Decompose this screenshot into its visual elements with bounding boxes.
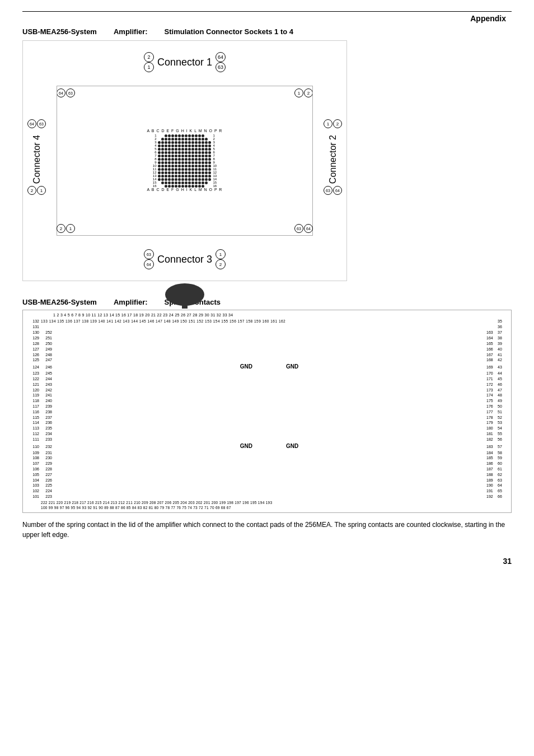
spring-data-row: 11924117448 bbox=[25, 393, 509, 398]
spring-data-row: 10823018559 bbox=[25, 455, 509, 461]
spring-data-row: 11523717852 bbox=[25, 415, 509, 421]
spring-data-row: 11623817751 bbox=[25, 409, 509, 415]
mea-dots: // Will be rendered below 11223344556677… bbox=[151, 134, 218, 188]
spring-data-row: 13025216337 bbox=[25, 330, 509, 335]
connector2-label: Connector 2 bbox=[328, 135, 338, 184]
section1-component: Amplifier: bbox=[114, 27, 148, 36]
conn1-pin64: 64 bbox=[216, 52, 226, 62]
section2-system: USB-MEA256-System bbox=[22, 298, 97, 306]
section1-title: Stimulation Connector Sockets 1 to 4 bbox=[165, 27, 293, 36]
spring-rows: 1302521633712925116438128250165391272491… bbox=[25, 330, 509, 499]
svg-rect-1 bbox=[182, 303, 188, 309]
corner-br: 63 64 bbox=[294, 224, 313, 233]
spring-data-row: 11824017549 bbox=[25, 398, 509, 404]
connector4-label: Connector 4 bbox=[32, 135, 42, 184]
spring-data-row: 12124317246 bbox=[25, 382, 509, 388]
spring-bottom-row2: 100 99 98 97 96 95 94 93 92 91 90 89 88 … bbox=[25, 505, 509, 510]
spring-data-row: 12925116438 bbox=[25, 335, 509, 341]
spring-data-row: 11723917650 bbox=[25, 404, 509, 409]
spring-data-row: 12224417145 bbox=[25, 376, 509, 382]
spring-contacts-table: 1 2 3 4 5 6 7 8 9 10 11 12 13 14 15 16 1… bbox=[22, 310, 512, 513]
spring-data-row: 11323518054 bbox=[25, 426, 509, 431]
connector1-area: 2 1 Connector 1 64 63 bbox=[101, 52, 268, 72]
spring-data-row: 12724916640 bbox=[25, 347, 509, 352]
page-number: 31 bbox=[22, 557, 512, 566]
connector3-label: Connector 3 bbox=[157, 254, 212, 265]
spring-bottom-row1: 222 221 220 219 218 217 216 215 214 213 … bbox=[25, 500, 509, 505]
mea-col-header: A B C D E F G H I K L M N O P R bbox=[147, 129, 223, 133]
spring-data-row: 12624816741 bbox=[25, 352, 509, 358]
conn1-pin63: 63 bbox=[216, 62, 226, 72]
mea-center: A B C D E F G H I K L M N O P R // Will … bbox=[57, 86, 313, 236]
spring-top-row: 1 2 3 4 5 6 7 8 9 10 11 12 13 14 15 16 1… bbox=[53, 312, 489, 318]
spring-data-row: 12324517044 bbox=[25, 371, 509, 376]
spring-data-row: 11423617953 bbox=[25, 420, 509, 426]
spring-data-row: 12524716842 bbox=[25, 357, 509, 363]
spring-data-row: 12024217347 bbox=[25, 388, 509, 393]
spring-data-row: 12825016539 bbox=[25, 341, 509, 347]
connector2-area: 1 2 Connector 2 63 64 bbox=[324, 119, 342, 195]
corner-bl: 2 1 bbox=[57, 224, 75, 233]
appendix-header: Appendix bbox=[22, 11, 512, 23]
spring-row-131: 131 36 bbox=[25, 324, 509, 330]
spring-data-row: 10322519064 bbox=[25, 483, 509, 488]
spring-data-row: 11223418155 bbox=[25, 431, 509, 437]
connector1-label: Connector 1 bbox=[157, 57, 212, 68]
spring-data-row: 110232GNDGND18357 bbox=[25, 442, 509, 450]
conn1-pin2: 2 bbox=[144, 52, 154, 62]
svg-point-0 bbox=[165, 283, 204, 306]
section1-system: USB-MEA256-System bbox=[22, 27, 97, 36]
connector3-area: 63 64 Connector 3 1 2 bbox=[101, 249, 268, 269]
cable-blob bbox=[162, 281, 207, 309]
spring-data-row: 124246GNDGND16943 bbox=[25, 363, 509, 371]
spring-data-row: 11123318256 bbox=[25, 437, 509, 442]
conn1-pin1: 1 bbox=[144, 62, 154, 72]
connector4-area: 64 63 Connector 4 2 1 bbox=[27, 119, 46, 195]
spring-data-row: 10522718862 bbox=[25, 472, 509, 478]
spring-data-row: 10422618963 bbox=[25, 478, 509, 483]
spring-description: Number of the spring contact in the lid … bbox=[22, 520, 512, 540]
section2-component: Amplifier: bbox=[114, 298, 148, 306]
spring-data-row: 10622818761 bbox=[25, 466, 509, 472]
connector-diagram: 2 1 Connector 1 64 63 64 63 1 2 A B C D … bbox=[22, 40, 347, 281]
spring-data-row: 10222419165 bbox=[25, 488, 509, 494]
mea-col-footer: A B C D E F G H I K L M N O P R bbox=[147, 188, 223, 192]
spring-data-row: 10122319266 bbox=[25, 494, 509, 500]
spring-row-132: 132 133 134 135 136 137 138 139 140 141 … bbox=[25, 319, 509, 324]
spring-data-row: 10722918660 bbox=[25, 461, 509, 466]
spring-data-row: 10923118458 bbox=[25, 450, 509, 456]
